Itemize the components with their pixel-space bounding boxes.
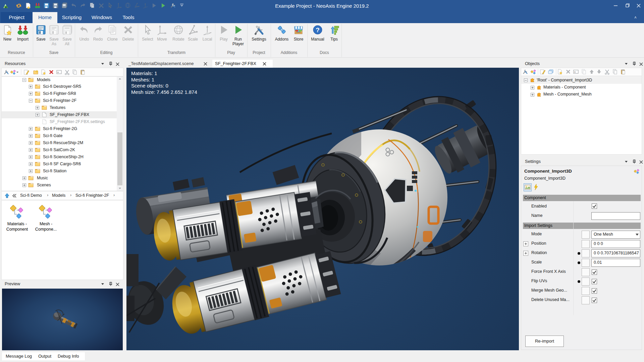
svg-text:?: ? xyxy=(316,26,320,34)
